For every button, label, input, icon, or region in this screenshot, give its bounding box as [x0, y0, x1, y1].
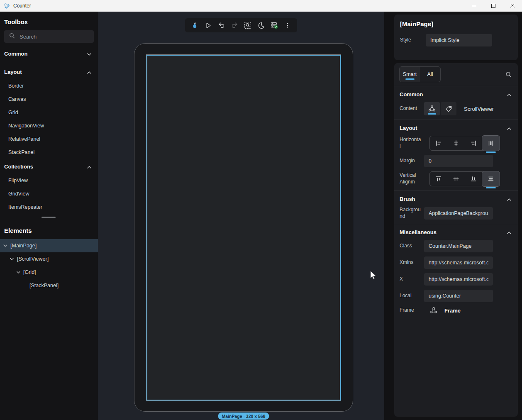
tree-item-label: [ScrollViewer] — [17, 256, 49, 262]
design-canvas[interactable]: MainPage - 320 x 568 — [98, 12, 384, 420]
tab-label: All — [427, 71, 433, 77]
tab-smart[interactable]: Smart — [400, 67, 420, 82]
tab-label: Smart — [403, 71, 417, 77]
content-value[interactable]: ScrollViewer — [464, 106, 494, 112]
v-align-center-button[interactable] — [447, 172, 465, 186]
window-titlebar: Counter — [0, 0, 522, 12]
toolbox-section-collections[interactable]: Collections — [0, 159, 98, 174]
canvas-toolbar — [185, 18, 297, 32]
x-row: X — [394, 273, 518, 286]
h-align-right-button[interactable] — [465, 136, 482, 150]
section-label: Brush — [400, 196, 415, 202]
toolbox-item-border[interactable]: Border — [0, 79, 98, 93]
toolbox-section-layout[interactable]: Layout — [0, 64, 98, 79]
chevron-down-icon — [87, 51, 91, 57]
v-align-top-button[interactable] — [430, 172, 447, 186]
tree-item-mainpage[interactable]: [MainPage] — [0, 239, 98, 252]
section-label: Collections — [4, 164, 33, 170]
section-label: Layout — [4, 69, 22, 75]
frame-value[interactable]: Frame — [444, 308, 461, 314]
x-input[interactable] — [424, 273, 493, 286]
chevron-up-icon — [507, 125, 511, 131]
toolbox-item-itemsrepeater[interactable]: ItemsRepeater — [0, 200, 98, 214]
chevron-down-icon[interactable] — [10, 258, 14, 260]
tree-item-scrollviewer[interactable]: [ScrollViewer] — [0, 252, 98, 266]
tree-item-label: [MainPage] — [10, 243, 37, 249]
local-label: Local — [400, 293, 421, 299]
page-design-surface[interactable] — [146, 55, 341, 400]
property-inspector-card: Smart All Common Content — [394, 63, 518, 417]
toolbox-item-flipview[interactable]: FlipView — [0, 174, 98, 187]
redo-icon[interactable] — [230, 21, 239, 30]
toolbox-item-grid[interactable]: Grid — [0, 106, 98, 119]
section-label: Layout — [400, 125, 417, 131]
style-input[interactable] — [426, 34, 492, 46]
toolbox-item-canvas[interactable]: Canvas — [0, 93, 98, 106]
content-element-mode-button[interactable] — [424, 102, 440, 115]
element-reference-icon — [429, 306, 438, 315]
chevron-up-icon — [507, 196, 511, 202]
xmlns-input[interactable] — [424, 256, 493, 269]
section-label: Common — [4, 51, 27, 57]
tree-item-label: [Grid] — [23, 269, 36, 275]
toolbox-search-input[interactable] — [20, 34, 82, 40]
zoom-to-fit-icon[interactable] — [243, 21, 252, 30]
chevron-up-icon — [507, 91, 511, 98]
toolbox-section-common[interactable]: Common — [0, 46, 98, 61]
chevron-up-icon — [87, 164, 91, 170]
section-miscellaneous[interactable]: Miscellaneous — [394, 224, 518, 240]
h-align-left-button[interactable] — [430, 136, 447, 150]
inspector-tab-group: Smart All — [399, 66, 441, 82]
section-brush[interactable]: Brush — [394, 191, 518, 207]
h-align-stretch-button[interactable] — [482, 135, 500, 151]
device-frame: MainPage - 320 x 568 — [134, 43, 353, 412]
undo-icon[interactable] — [217, 21, 226, 30]
theme-moon-icon[interactable] — [256, 21, 266, 30]
section-label: Common — [400, 91, 423, 98]
xmlns-row: Xmlns — [394, 256, 518, 269]
connection-status-icon[interactable] — [270, 21, 279, 30]
selected-element-title: [MainPage] — [400, 20, 512, 27]
toolbox-item-relativepanel[interactable]: RelativePanel — [0, 132, 98, 146]
horizontal-alignment-label: Horizontal — [400, 137, 421, 149]
tree-item-stackpanel[interactable]: [StackPanel] — [0, 279, 98, 292]
vertical-alignment-group — [429, 171, 500, 186]
local-row: Local — [394, 290, 518, 302]
toolbox-horizontal-scrollbar[interactable] — [0, 215, 98, 220]
vertical-alignment-label: Vertical Alignm — [400, 172, 421, 185]
x-label: X — [400, 276, 421, 283]
hot-reload-flame-icon[interactable] — [190, 21, 199, 30]
section-common[interactable]: Common — [394, 86, 518, 102]
play-icon[interactable] — [203, 21, 212, 30]
class-input[interactable] — [424, 240, 493, 252]
toolbox-item-gridview[interactable]: GridView — [0, 187, 98, 200]
chevron-up-icon — [87, 69, 91, 75]
margin-label: Margin — [400, 158, 421, 164]
active-tab-underline — [405, 78, 415, 80]
toolbox-item-stackpanel[interactable]: StackPanel — [0, 146, 98, 159]
v-align-stretch-button[interactable] — [482, 171, 500, 187]
window-title: Counter — [13, 3, 31, 9]
frame-row: Frame Frame — [394, 306, 518, 315]
chevron-down-icon[interactable] — [3, 244, 7, 247]
background-input[interactable] — [424, 207, 493, 220]
close-button[interactable] — [503, 0, 522, 12]
tab-all[interactable]: All — [420, 67, 440, 82]
xmlns-label: Xmlns — [400, 259, 421, 266]
v-align-bottom-button[interactable] — [465, 172, 482, 186]
maximize-button[interactable] — [484, 0, 503, 12]
content-tag-mode-button[interactable] — [441, 102, 456, 115]
tree-item-grid[interactable]: [Grid] — [0, 266, 98, 279]
properties-search-icon[interactable] — [505, 71, 512, 78]
section-layout[interactable]: Layout — [394, 120, 518, 136]
style-label: Style — [400, 37, 422, 44]
chevron-down-icon[interactable] — [17, 271, 20, 273]
local-input[interactable] — [424, 290, 493, 302]
background-row: Background — [394, 207, 518, 220]
minimize-button[interactable] — [465, 0, 484, 12]
more-options-icon[interactable] — [283, 21, 292, 30]
h-align-center-button[interactable] — [447, 136, 465, 150]
toolbox-item-navigationview[interactable]: NavigationView — [0, 119, 98, 132]
toolbox-search[interactable] — [4, 30, 94, 43]
margin-input[interactable] — [424, 155, 493, 167]
